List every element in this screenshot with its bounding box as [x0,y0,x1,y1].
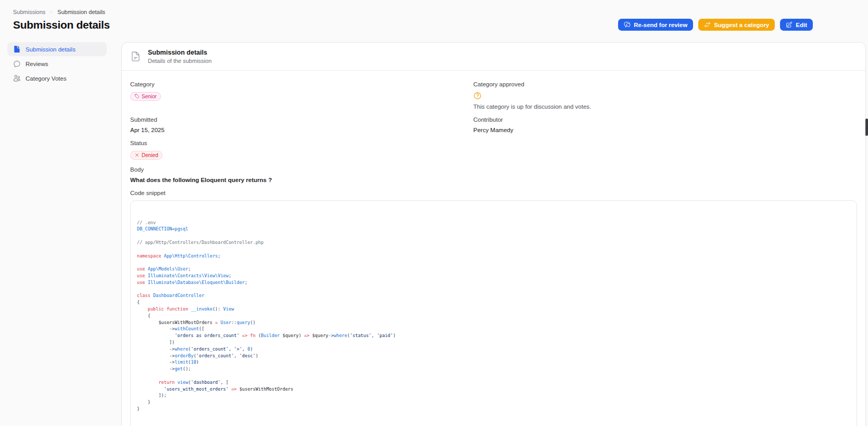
arrows-right-left-icon [704,21,711,28]
header-actions: Re-send for review Suggest a category Ed… [618,19,813,31]
category-approved-hint: This category is up for discussion and v… [473,104,857,110]
grid-spacer [473,140,857,160]
chat-bubbles-icon [624,21,631,28]
sidebar-item-submission-details[interactable]: Submission details [7,42,107,56]
chevron-right-icon [49,10,54,15]
category-badge: Senior [130,92,161,101]
sidebar-item-category-votes[interactable]: Category Votes [7,71,107,85]
resend-button-label: Re-send for review [634,22,687,28]
suggest-category-button[interactable]: Suggest a category [698,19,775,31]
card-header: Submission details Details of the submis… [122,43,865,71]
status-label: Status [130,140,473,146]
contributor-value: Percy Mamedy [473,127,857,133]
code-block: // .envDB_CONNECTION=pgsql // app/Http/C… [130,200,857,426]
users-icon [13,74,21,82]
breadcrumb: Submissions Submission details [13,9,868,15]
sidebar-item-reviews[interactable]: Reviews [7,57,107,71]
status-badge-label: Denied [142,152,158,158]
document-text-icon [130,51,141,62]
body-question-text: What does the following Eloquent query r… [130,177,857,183]
sidebar-item-label: Submission details [26,46,76,53]
body-label: Body [130,166,857,173]
category-badge-label: Senior [142,94,157,99]
resend-for-review-button[interactable]: Re-send for review [618,19,693,31]
pencil-square-icon [786,21,792,28]
edit-button-label: Edit [796,22,807,28]
suggest-button-label: Suggest a category [714,22,769,28]
content-area: Submission details Reviews Category Vote… [0,39,868,426]
field-category-approved: Category approved This category is up fo… [473,81,857,110]
submission-details-card: Submission details Details of the submis… [121,42,866,426]
field-submitted: Submitted Apr 15, 2025 [130,117,473,133]
card-title: Submission details [148,49,211,56]
sidebar-item-label: Reviews [26,61,48,67]
field-body: Body What does the following Eloquent qu… [130,166,857,183]
contributor-label: Contributor [473,117,857,123]
chat-bubble-icon [13,60,21,68]
sidebar-item-label: Category Votes [26,75,67,82]
code-snippet-label: Code snippet [130,190,857,196]
card-header-text: Submission details Details of the submis… [148,49,211,64]
field-contributor: Contributor Percy Mamedy [473,117,857,133]
document-icon [13,45,21,53]
x-mark-icon [134,152,140,158]
page-header: Submissions Submission details Submissio… [0,0,868,39]
card-subtitle: Details of the submission [148,58,211,64]
status-badge: Denied [130,151,162,160]
breadcrumb-submissions[interactable]: Submissions [13,9,45,15]
category-label: Category [130,81,473,87]
page: Submissions Submission details Submissio… [0,0,868,426]
record-sidebar: Submission details Reviews Category Vote… [7,42,107,86]
field-category: Category Senior [130,81,473,110]
edit-button[interactable]: Edit [780,19,813,31]
card-body: Category Senior Category approved This c… [122,71,865,426]
question-mark-circle-icon [473,92,857,100]
submitted-label: Submitted [130,117,473,123]
field-status: Status Denied [130,140,473,160]
category-approved-label: Category approved [473,81,857,87]
submitted-value: Apr 15, 2025 [130,127,473,133]
code-content: // .envDB_CONNECTION=pgsql // app/Http/C… [137,220,850,412]
field-code-snippet: Code snippet // .envDB_CONNECTION=pgsql … [130,190,857,426]
tag-icon [134,94,140,99]
breadcrumb-current: Submission details [57,9,105,15]
scrollbar-thumb[interactable] [865,119,868,136]
